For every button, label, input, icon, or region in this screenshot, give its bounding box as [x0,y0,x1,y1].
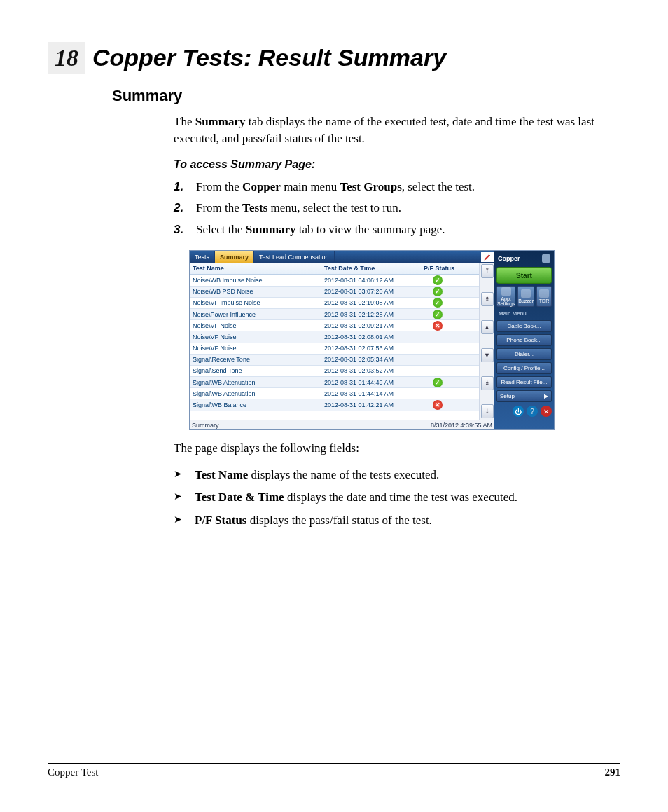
table-row[interactable]: Noise\VF Noise2012-08-31 02:08:01 AM [190,331,479,343]
table-row[interactable]: Noise\VF Noise2012-08-31 02:07:56 AM [190,343,479,355]
table-row[interactable]: Signal\WB Attenuation2012-08-31 01:44:14… [190,388,479,399]
tab-test-lead-compensation[interactable]: Test Lead Compensation [254,251,335,263]
table-row[interactable]: Noise\WB PSD Noise2012-08-31 03:07:20 AM… [190,287,479,298]
pass-icon: ✓ [433,287,443,296]
fail-icon: ✕ [433,321,443,331]
menu-cable-book[interactable]: Cable Book... [496,320,552,332]
cell-test-name: Signal\Receive Tone [190,356,321,363]
menu-setup[interactable]: Setup ▶ [496,390,552,402]
tab-summary[interactable]: Summary [215,251,254,263]
task-heading: To access Summary Page: [174,158,601,171]
table-row[interactable]: Noise\VF Impulse Noise2012-08-31 02:19:0… [190,298,479,309]
page-number: 291 [605,766,621,778]
intro-bold: Summary [195,115,246,128]
table-row[interactable]: Signal\Send Tone2012-08-31 02:03:52 AM [190,366,479,377]
scroll-bottom-icon[interactable]: ⤓ [481,404,494,418]
buzzer-icon [521,289,531,298]
gear-icon[interactable] [542,254,550,263]
cell-test-name: Signal\WB Attenuation [190,390,321,397]
cell-test-date: 2012-08-31 02:09:21 AM [321,322,417,329]
chapter-title: Copper Tests: Result Summary [92,44,446,71]
cell-test-name: Noise\Power Influence [190,311,321,318]
cell-test-date: 2012-08-31 02:03:52 AM [321,367,417,374]
menu-setup-label: Setup [500,393,515,399]
field-item-pf-status: P/F Status displays the pass/fail status… [174,509,601,532]
cell-pf-status: ✓ [417,310,461,319]
side-title: Copper [498,255,520,262]
field-2-bold: Test Date & Time [195,490,284,504]
cell-test-date: 2012-08-31 02:05:34 AM [321,356,417,363]
close-icon[interactable]: ✕ [541,406,552,417]
step-1-text3: , select the test. [402,180,475,193]
footer-left: Copper Test [48,766,98,778]
table-row[interactable]: Noise\WB Impulse Noise2012-08-31 04:06:1… [190,275,479,286]
cell-pf-status: ✓ [417,275,461,285]
scroll-page-down-icon[interactable]: ⇟ [481,376,494,390]
cell-pf-status: ✕ [417,400,461,410]
app-settings-label: App. Settings [497,296,515,306]
section-title: Summary [112,87,620,105]
menu-config-profile[interactable]: Config / Profile... [496,362,552,374]
menu-dialer[interactable]: Dialer... [496,348,552,360]
step-1-text: From the [196,180,242,193]
buzzer-button[interactable]: Buzzer [517,286,534,307]
pass-icon: ✓ [433,378,443,387]
col-test-date: Test Date & Time [321,265,417,272]
cell-test-date: 2012-08-31 01:42:21 AM [321,401,417,408]
cell-test-name: Noise\VF Noise [190,345,321,352]
cell-test-name: Signal\Send Tone [190,367,321,374]
scroll-down-icon[interactable]: ▼ [481,348,494,362]
step-2-text: From the [196,201,242,214]
table-row[interactable]: Noise\Power Influence2012-08-31 02:12:28… [190,309,479,320]
buzzer-label: Buzzer [518,298,534,303]
scroll-page-up-icon[interactable]: ⇞ [481,292,494,306]
menu-phone-book[interactable]: Phone Book... [496,334,552,346]
footer-rule [48,763,620,764]
step-2-bold: Tests [242,201,267,214]
step-3-text2: tab to view the summary page. [296,223,445,236]
cell-pf-status: ✓ [417,298,461,308]
step-1-bold1: Copper [242,180,281,193]
tdr-icon [539,289,549,298]
field-3-bold: P/F Status [195,514,246,527]
start-button[interactable]: Start [496,267,552,284]
menu-heading: Main Menu [496,309,552,318]
tdr-button[interactable]: TDR [536,286,552,307]
step-1-text2: main menu [281,180,340,193]
cell-test-name: Noise\WB PSD Noise [190,288,321,295]
statusbar-right: 8/31/2012 4:39:55 AM [431,422,492,429]
step-3: Select the Summary tab to view the summa… [174,219,601,241]
scroll-top-icon[interactable]: ⤒ [481,264,494,278]
step-1-bold2: Test Groups [340,180,401,193]
field-3-text: displays the pass/fail status of the tes… [246,514,431,527]
cell-test-date: 2012-08-31 02:08:01 AM [321,333,417,340]
table-row[interactable]: Signal\Receive Tone2012-08-31 02:05:34 A… [190,355,479,366]
menu-read-result-file[interactable]: Read Result File... [496,376,552,388]
pass-icon: ✓ [433,310,443,319]
scrollbar[interactable]: ⤒ ⇞ ▲ ▼ ⇟ ⤓ [479,263,494,420]
statusbar-left: Summary [192,422,219,429]
cell-test-date: 2012-08-31 02:07:56 AM [321,345,417,352]
fail-icon: ✕ [433,400,443,410]
step-3-bold: Summary [246,223,296,236]
col-test-name: Test Name [190,265,321,272]
table-row[interactable]: Signal\WB Attenuation2012-08-31 01:44:49… [190,377,479,388]
table-row[interactable]: Noise\VF Noise2012-08-31 02:09:21 AM✕ [190,320,479,331]
table-row[interactable]: Signal\WB Balance2012-08-31 01:42:21 AM✕ [190,399,479,411]
app-settings-button[interactable]: App. Settings [496,286,515,307]
cell-test-date: 2012-08-31 01:44:14 AM [321,390,417,397]
step-3-text: Select the [196,223,246,236]
chapter-number: 18 [48,42,85,74]
cell-pf-status: ✓ [417,287,461,296]
intro-text: The [174,115,195,128]
help-icon[interactable]: ? [527,406,538,417]
power-icon[interactable]: ⏻ [513,406,524,417]
scroll-up-icon[interactable]: ▲ [481,320,494,334]
device-screenshot: Tests Summary Test Lead Compensation Tes… [189,250,555,430]
tab-tests[interactable]: Tests [190,251,215,263]
field-item-test-name: Test Name displays the name of the tests… [174,464,601,486]
pass-icon: ✓ [433,275,443,285]
cell-test-name: Signal\WB Attenuation [190,379,321,386]
fields-intro: The page displays the following fields: [174,440,601,457]
edit-icon[interactable] [481,252,494,262]
